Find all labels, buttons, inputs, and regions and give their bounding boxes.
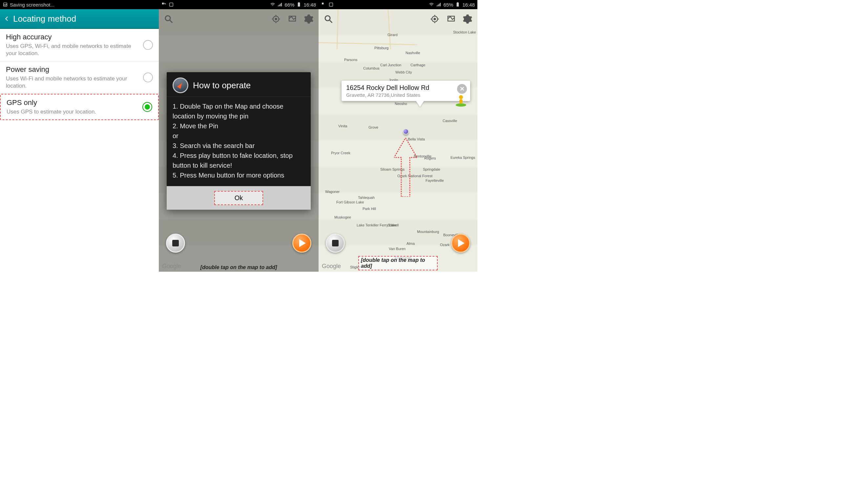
wifi-icon	[429, 2, 434, 7]
dialog-title: How to operate	[193, 80, 251, 90]
option-sub: Uses GPS, Wi-Fi, and mobile networks to …	[6, 43, 140, 57]
clock: 16:48	[462, 2, 475, 7]
signal-icon	[277, 2, 283, 7]
signal-icon	[436, 2, 441, 7]
location-callout[interactable]: 16254 Rocky Dell Hollow Rd Gravette, AR …	[341, 81, 470, 101]
back-icon[interactable]	[4, 14, 10, 23]
map-city-label: Ozark	[440, 243, 450, 247]
option-title: Power saving	[6, 65, 140, 74]
map-city-label: Eureka Springs	[451, 155, 475, 159]
compass-icon	[172, 78, 188, 93]
locate-icon[interactable]	[269, 12, 283, 26]
battery-pct: 66%	[284, 2, 294, 7]
svg-line-6	[170, 20, 172, 23]
svg-point-25	[325, 16, 330, 21]
map-city-label: Stockton Lake	[453, 30, 476, 34]
search-icon[interactable]	[162, 12, 176, 26]
svg-rect-21	[322, 3, 323, 4]
annotation-arrow-icon	[394, 138, 417, 197]
hint-text: [double tap on the map to add]	[358, 256, 438, 270]
map-city-label: Nashville	[405, 51, 420, 55]
map-city-label: Pryor Creek	[331, 151, 350, 155]
map-panel-dialog: 66% 16:48 How to operate 1. Double Tap o…	[159, 0, 319, 272]
settings-panel: Saving screenshot... Locating method Hig…	[0, 0, 159, 272]
callout-city: Gravette, AR 72736,United States	[346, 92, 454, 98]
play-button[interactable]	[451, 234, 470, 253]
streetview-icon[interactable]	[454, 94, 468, 107]
layers-icon[interactable]	[444, 12, 458, 26]
layers-icon[interactable]	[285, 12, 300, 26]
option-sub: Uses GPS to estimate your location.	[6, 108, 140, 116]
page-title: Locating method	[13, 14, 76, 24]
map-city-label: Stilwell	[387, 223, 399, 227]
map-city-label: Cassville	[442, 119, 457, 123]
status-saving-text: Saving screenshot...	[10, 2, 54, 7]
option-power-saving[interactable]: Power saving Uses Wi-Fi and mobile netwo…	[0, 61, 159, 94]
location-pin-icon[interactable]	[403, 129, 409, 135]
search-icon[interactable]	[321, 12, 336, 26]
map-city-label: Van Buren	[389, 247, 405, 251]
option-high-accuracy[interactable]: High accuracy Uses GPS, Wi-Fi, and mobil…	[0, 29, 159, 61]
battery-pct: 65%	[443, 2, 453, 7]
svg-rect-1	[162, 3, 164, 4]
option-gps-only[interactable]: GPS only Uses GPS to estimate your locat…	[0, 94, 159, 120]
map-city-label: Rogers	[424, 156, 436, 160]
svg-point-8	[275, 18, 277, 20]
battery-icon	[296, 2, 302, 7]
stop-button[interactable]	[166, 234, 185, 253]
status-bar: 65% 16:48	[319, 0, 477, 9]
clock: 16:48	[303, 2, 316, 7]
battery-icon	[455, 2, 460, 7]
svg-line-20	[319, 43, 417, 46]
map-city-label: Carthage	[410, 63, 425, 67]
map-city-label: Mountainburg	[417, 230, 439, 234]
map-city-label: Fort Gibson Lake	[336, 200, 364, 204]
ok-button[interactable]: Ok	[214, 191, 264, 205]
radio-selected-icon[interactable]	[142, 102, 152, 112]
svg-rect-23	[457, 3, 459, 6]
map-city-label: Neosho	[395, 102, 407, 106]
svg-point-28	[434, 18, 436, 20]
stop-button[interactable]	[326, 234, 345, 253]
hint-text: [double tap on the map to add]	[200, 265, 277, 270]
svg-rect-3	[298, 3, 300, 6]
svg-line-26	[330, 20, 332, 23]
wifi-icon	[270, 2, 275, 7]
svg-rect-4	[299, 2, 300, 3]
app-icon	[321, 2, 326, 7]
google-logo: Google	[162, 263, 181, 270]
gear-icon[interactable]	[460, 12, 475, 26]
map-city-label: Muskogee	[334, 215, 351, 219]
map-city-label: Webb City	[396, 70, 412, 74]
map-panel-pin: GirardStockton LakePittsburgNashvilleCar…	[319, 0, 477, 272]
map-city-label: Grove	[368, 125, 378, 129]
svg-point-35	[459, 95, 463, 99]
radio-unselected-icon[interactable]	[143, 40, 153, 50]
map-city-label: Park Hill	[363, 207, 376, 211]
status-bar: 66% 16:48	[159, 0, 319, 9]
status-bar: Saving screenshot...	[0, 0, 159, 9]
svg-rect-36	[459, 99, 463, 104]
screenshot-icon	[3, 2, 8, 7]
play-button[interactable]	[292, 234, 312, 253]
map-city-label: Tahlequah	[358, 196, 375, 200]
map-city-label: Alma	[406, 241, 415, 246]
header: Locating method	[0, 9, 159, 29]
map-city-label: Columbus	[363, 66, 380, 70]
map-toolbar	[159, 11, 319, 28]
gear-icon[interactable]	[302, 12, 316, 26]
dialog-body-text: 1. Double Tap on the Map and choose loca…	[167, 97, 311, 186]
callout-address: 16254 Rocky Dell Hollow Rd	[346, 84, 454, 91]
map-city-label: Pittsburg	[374, 46, 388, 50]
map-city-label: Springdale	[423, 167, 440, 171]
screenshot-icon	[329, 2, 334, 7]
option-sub: Uses Wi-Fi and mobile networks to estima…	[6, 75, 140, 89]
locate-icon[interactable]	[427, 12, 442, 26]
svg-point-5	[165, 16, 170, 21]
map-city-label: Vinita	[338, 124, 347, 128]
map-toolbar	[319, 11, 477, 28]
svg-point-34	[456, 103, 466, 107]
how-to-operate-dialog: How to operate 1. Double Tap on the Map …	[167, 72, 311, 210]
radio-unselected-icon[interactable]	[143, 72, 153, 82]
close-icon[interactable]: ✕	[457, 84, 467, 94]
